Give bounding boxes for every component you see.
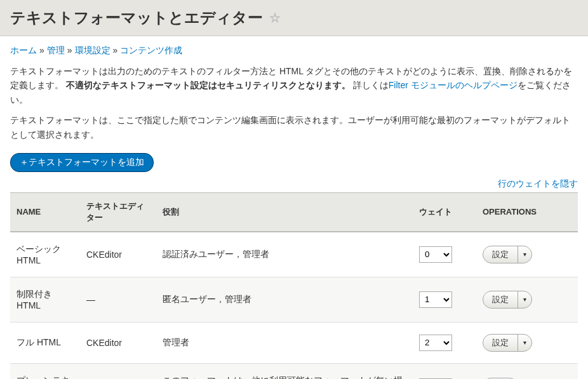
page-title-text: テキストフォーマットとエディター [10,8,263,28]
description-1: テキストフォーマットは出力のためのテキストのフィルター方法と HTML タグとそ… [10,64,578,107]
breadcrumb-link[interactable]: 環境設定 [75,45,110,55]
cell-roles: 認証済みユーザー，管理者 [156,232,413,277]
breadcrumb-link[interactable]: 管理 [47,45,65,55]
cell-operations: 設定▾ [476,277,578,322]
configure-button[interactable]: 設定 [483,335,518,351]
breadcrumb-link[interactable]: ホーム [10,45,37,55]
cell-editor: — [80,277,156,322]
cell-operations: 設定 [476,363,578,379]
description-2: テキストフォーマットは、ここで指定した順でコンテンツ編集画面に表示されます。ユー… [10,113,578,142]
breadcrumb-sep: » [113,45,118,55]
cell-operations: 設定▾ [476,322,578,363]
breadcrumb: ホーム»管理»環境設定»コンテンツ作成 [10,43,578,64]
cell-weight: 0 [413,232,476,277]
weight-select[interactable]: 1 [419,291,452,308]
star-icon[interactable]: ☆ [269,10,281,25]
dropbutton: 設定▾ [483,246,532,263]
cell-roles: 管理者 [156,322,413,363]
dropdown-arrow-icon[interactable]: ▾ [518,335,531,351]
col-header-weight: ウェイト [413,192,476,232]
desc-text: 詳しくは [351,80,389,90]
cell-name: フル HTML [10,322,80,363]
configure-button[interactable]: 設定 [483,246,518,263]
formats-tbody: ベーシック HTMLCKEditor認証済みユーザー，管理者0設定▾制限付き H… [10,232,578,379]
cell-roles: 匿名ユーザー，管理者 [156,277,413,322]
cell-weight: 10 [413,363,476,379]
dropbutton: 設定▾ [483,291,532,309]
table-row: プレーンテキスト—このフォーマットは、他に利用可能なフォーマットが無い場合に表示… [10,363,578,379]
breadcrumb-sep: » [67,45,72,55]
col-header-editor: テキストエディター [80,192,156,232]
add-text-format-button[interactable]: ＋テキストフォーマットを追加 [10,153,154,172]
cell-editor: CKEditor [80,232,156,277]
weight-select[interactable]: 0 [419,246,452,263]
col-header-operations: OPERATIONS [476,192,578,232]
dropdown-arrow-icon[interactable]: ▾ [518,291,531,308]
cell-editor: CKEditor [80,322,156,363]
formats-table: NAME テキストエディター 役割 ウェイト OPERATIONS ベーシック … [10,192,578,379]
cell-weight: 1 [413,277,476,322]
table-row: フル HTMLCKEditor管理者2設定▾ [10,322,578,363]
page-header: テキストフォーマットとエディター ☆ [0,0,588,36]
cell-operations: 設定▾ [476,232,578,277]
filter-help-link[interactable]: Filter モジュールのヘルプページ [389,80,518,90]
table-row: ベーシック HTMLCKEditor認証済みユーザー，管理者0設定▾ [10,232,578,277]
configure-button[interactable]: 設定 [483,291,518,308]
hide-row-weights-link[interactable]: 行のウェイトを隠す [498,178,578,189]
table-row: 制限付き HTML—匿名ユーザー，管理者1設定▾ [10,277,578,322]
weight-select[interactable]: 2 [419,335,452,351]
cell-roles: このフォーマットは、他に利用可能なフォーマットが無い場合に表示されます。 [156,363,413,379]
cell-name: 制限付き HTML [10,277,80,322]
col-header-roles: 役割 [156,192,413,232]
cell-name: ベーシック HTML [10,232,80,277]
breadcrumb-link[interactable]: コンテンツ作成 [120,45,182,55]
cell-name: プレーンテキスト [10,363,80,379]
breadcrumb-sep: » [39,45,44,55]
dropdown-arrow-icon[interactable]: ▾ [518,246,531,263]
cell-editor: — [80,363,156,379]
dropbutton: 設定▾ [483,334,532,352]
page-title: テキストフォーマットとエディター ☆ [10,8,281,28]
cell-weight: 2 [413,322,476,363]
col-header-name: NAME [10,192,80,232]
desc-warning: 不適切なテキストフォーマット設定はセキュリティリスクとなります。 [66,80,351,90]
